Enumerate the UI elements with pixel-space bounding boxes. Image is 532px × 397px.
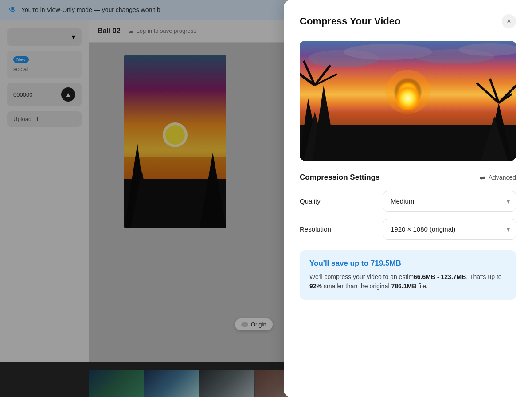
quality-row: Quality Low Medium High Very High ▾ <box>300 191 516 212</box>
svg-point-14 <box>394 78 422 106</box>
resolution-row: Resolution 1920 × 1080 (original) 1280 ×… <box>300 219 516 240</box>
modal-close-button[interactable]: × <box>502 14 516 28</box>
resolution-label: Resolution <box>300 225 331 233</box>
advanced-label: Advanced <box>489 174 516 181</box>
compression-section-header: Compression Settings ⇌ Advanced <box>300 173 516 182</box>
savings-percentage: 92% <box>309 283 322 290</box>
modal-title: Compress Your Video <box>300 16 400 27</box>
svg-point-13 <box>386 70 430 114</box>
compression-section-title: Compression Settings <box>300 173 379 182</box>
savings-banner: You'll save up to 719.5MB We'll compress… <box>300 250 516 300</box>
quality-label: Quality <box>300 197 321 205</box>
quality-select-wrapper: Low Medium High Very High ▾ <box>383 191 516 212</box>
compress-video-modal: Compress Your Video × <box>284 0 532 397</box>
sliders-icon: ⇌ <box>480 173 485 182</box>
savings-title: You'll save up to 719.5MB <box>309 259 506 268</box>
modal-sunset-image <box>300 41 516 161</box>
quality-select[interactable]: Low Medium High Very High <box>383 191 516 212</box>
savings-description: We'll compress your video to an estim66.… <box>309 272 506 291</box>
modal-video-preview <box>300 41 516 161</box>
modal-header: Compress Your Video × <box>300 14 516 28</box>
savings-size-range: 66.6MB - 123.7MB <box>414 273 466 280</box>
savings-original-size: 786.1MB <box>391 283 416 290</box>
resolution-select[interactable]: 1920 × 1080 (original) 1280 × 720 854 × … <box>383 219 516 240</box>
resolution-select-wrapper: 1920 × 1080 (original) 1280 × 720 854 × … <box>383 219 516 240</box>
advanced-button[interactable]: ⇌ Advanced <box>480 173 516 182</box>
modal-overlay: Compress Your Video × <box>0 0 532 397</box>
close-icon: × <box>507 17 511 25</box>
